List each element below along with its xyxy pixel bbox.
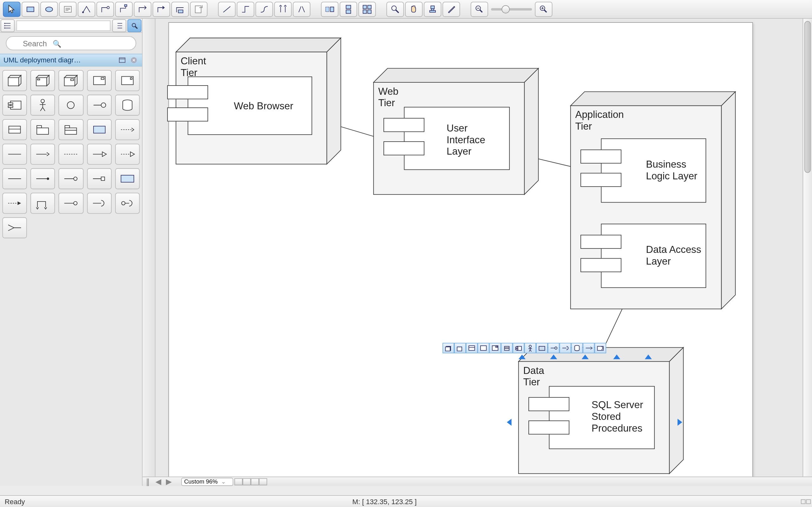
list-view-toggle[interactable]: [112, 19, 126, 32]
vertical-scrollbar[interactable]: [803, 19, 812, 476]
eyedropper-tool[interactable]: [443, 2, 460, 17]
smart-8[interactable]: [524, 343, 536, 353]
palette-assoc-open[interactable]: [31, 144, 55, 164]
component-bll[interactable]: Business Logic Layer: [601, 138, 706, 203]
component-ui-layer[interactable]: User Interface Layer: [404, 107, 510, 170]
palette-line-box[interactable]: [87, 168, 112, 189]
rect-tool[interactable]: [21, 2, 39, 17]
smart-9[interactable]: [536, 343, 548, 353]
component-web-browser[interactable]: Web Browser: [188, 76, 312, 135]
selection-handle[interactable]: [645, 354, 652, 359]
component-sql[interactable]: SQL Server Stored Procedures: [549, 386, 655, 449]
palette-node-3d-3[interactable]: [59, 70, 84, 91]
palette-category-header[interactable]: UML deployment diagr…: [0, 54, 142, 67]
smart-3[interactable]: [466, 343, 478, 353]
palette-routed-1[interactable]: [31, 193, 55, 214]
view-mode-4[interactable]: [259, 478, 267, 485]
palette-package-1[interactable]: [31, 119, 55, 140]
line-tool-4[interactable]: [274, 2, 292, 17]
palette-actor[interactable]: [31, 95, 55, 116]
outline-toggle[interactable]: [1, 19, 14, 32]
palette-node-3d-2[interactable]: [31, 70, 55, 91]
arrange-2[interactable]: [340, 2, 357, 17]
palette-line-dot[interactable]: [31, 168, 55, 189]
connector-6[interactable]: [171, 2, 189, 17]
palette-interface-circle[interactable]: [59, 95, 84, 116]
smart-2[interactable]: [454, 343, 466, 353]
zoom-slider[interactable]: [491, 8, 532, 10]
category-menu-icon[interactable]: [117, 56, 126, 64]
palette-rect-blue[interactable]: [87, 119, 112, 140]
palette-node-3d-1[interactable]: [2, 70, 27, 91]
canvas-viewport[interactable]: Client Tier Web Browser Web Tier: [155, 19, 800, 476]
smart-11[interactable]: [560, 343, 571, 353]
ellipse-tool[interactable]: [40, 2, 58, 17]
palette-dash-closed-2[interactable]: [2, 193, 27, 214]
connector-2[interactable]: [96, 2, 114, 17]
palette-socket[interactable]: [87, 193, 112, 214]
sidebar-filter-field[interactable]: [16, 20, 111, 31]
stamp-tool[interactable]: [424, 2, 441, 17]
selection-handle[interactable]: [582, 354, 589, 359]
arrange-1[interactable]: [321, 2, 339, 17]
selection-handle[interactable]: [677, 418, 682, 426]
category-close-icon[interactable]: [129, 56, 138, 64]
search-toggle[interactable]: [128, 19, 142, 32]
smart-1[interactable]: [443, 343, 454, 353]
resize-corner[interactable]: [801, 499, 811, 504]
view-mode-1[interactable]: [235, 478, 243, 485]
zoom-tool[interactable]: [386, 2, 404, 17]
palette-dash-closed[interactable]: [115, 144, 140, 164]
view-mode-3[interactable]: [251, 478, 259, 485]
zoom-out-button[interactable]: [471, 2, 488, 17]
page-next[interactable]: ▶: [164, 477, 174, 486]
palette-node-flat-2[interactable]: [115, 70, 140, 91]
connector-4[interactable]: [134, 2, 151, 17]
smart-12[interactable]: [571, 343, 583, 353]
pages-toggle[interactable]: ‖: [143, 477, 153, 486]
zoom-in-button[interactable]: [535, 2, 552, 17]
selection-handle[interactable]: [550, 354, 557, 359]
pointer-tool[interactable]: [3, 2, 20, 17]
palette-dash-1[interactable]: [59, 144, 84, 164]
smart-13[interactable]: [583, 343, 595, 353]
smart-6[interactable]: [501, 343, 513, 353]
vertical-scrollbar-thumb[interactable]: [804, 21, 811, 173]
palette-ball-socket[interactable]: [115, 193, 140, 214]
arrange-3[interactable]: [358, 2, 376, 17]
line-tool-1[interactable]: [218, 2, 235, 17]
smart-7[interactable]: [513, 343, 524, 353]
component-dal[interactable]: Data Access Layer: [601, 224, 706, 288]
palette-line-ring[interactable]: [59, 168, 84, 189]
palette-interface-lollipop[interactable]: [87, 95, 112, 116]
palette-database[interactable]: [115, 95, 140, 116]
palette-object[interactable]: [2, 119, 27, 140]
palette-line-plain[interactable]: [2, 168, 27, 189]
zoom-slider-thumb[interactable]: [502, 5, 510, 13]
page-prev[interactable]: ◀: [153, 477, 164, 486]
pan-tool[interactable]: [405, 2, 422, 17]
connector-5[interactable]: [153, 2, 170, 17]
smart-5[interactable]: [490, 343, 501, 353]
view-mode-2[interactable]: [243, 478, 251, 485]
palette-line-blue[interactable]: [115, 168, 140, 189]
palette-dependency[interactable]: [115, 119, 140, 140]
drawing-page[interactable]: Client Tier Web Browser Web Tier: [168, 22, 753, 476]
palette-package-2[interactable]: [59, 119, 84, 140]
palette-merge[interactable]: [2, 217, 27, 238]
zoom-combo[interactable]: Custom 96%⌄: [181, 477, 233, 486]
palette-node-flat-1[interactable]: [87, 70, 112, 91]
palette-component[interactable]: [2, 95, 27, 116]
smart-14[interactable]: [595, 343, 606, 353]
smart-4[interactable]: [478, 343, 490, 353]
selection-handle[interactable]: [613, 354, 620, 359]
selection-handle[interactable]: [519, 354, 525, 359]
connector-3[interactable]: [115, 2, 133, 17]
line-tool-2[interactable]: [237, 2, 254, 17]
line-tool-3[interactable]: [255, 2, 273, 17]
palette-line-ring-2[interactable]: [59, 193, 84, 214]
smart-10[interactable]: [548, 343, 560, 353]
text-tool[interactable]: [59, 2, 77, 17]
connector-1[interactable]: [78, 2, 95, 17]
selection-handle[interactable]: [507, 418, 512, 426]
